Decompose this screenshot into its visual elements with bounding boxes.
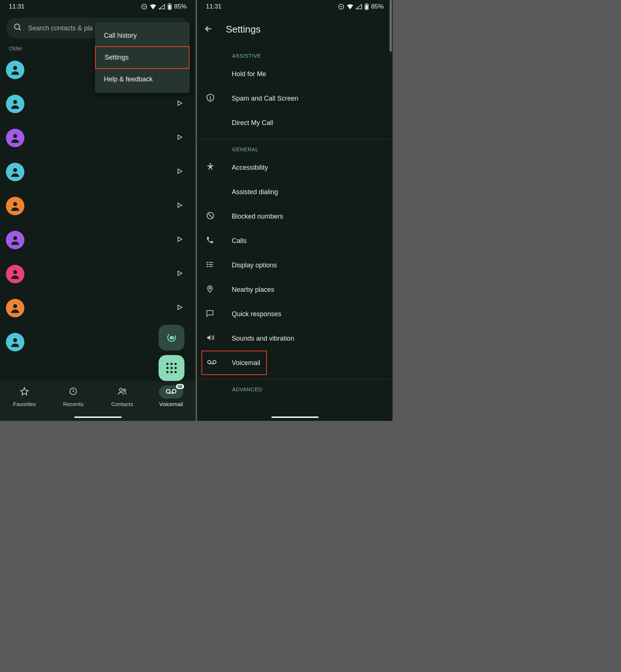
block-icon [206, 211, 215, 222]
nav-label-voicemail: Voicemail [159, 401, 183, 407]
list-icon [206, 260, 214, 270]
row-blocked-numbers[interactable]: Blocked numbers [197, 204, 393, 229]
voicemail-list[interactable] [0, 53, 196, 359]
svg-rect-4 [169, 5, 171, 9]
row-assisted-dialing[interactable]: Assisted dialing [197, 180, 393, 204]
svg-rect-17 [172, 337, 174, 338]
svg-point-14 [13, 304, 17, 308]
nav-recents[interactable]: Recents [49, 385, 98, 407]
voicemail-icon [207, 359, 217, 366]
voicemail-item[interactable] [6, 189, 190, 223]
signal-icon [159, 4, 165, 10]
bottom-nav: Favorites Recents Contacts 58 Voicemail [0, 381, 196, 421]
status-bar: 11:31 85% [197, 0, 393, 13]
nav-contacts[interactable]: Contacts [98, 385, 147, 407]
wifi-icon [347, 4, 353, 10]
clock-icon [69, 387, 78, 397]
row-sounds-vibration[interactable]: Sounds and vibration [197, 326, 393, 351]
status-time: 11:31 [9, 3, 25, 10]
search-placeholder: Search contacts & pla [28, 24, 93, 32]
row-voicemail[interactable]: Voicemail [201, 351, 267, 375]
row-calls[interactable]: Calls [197, 229, 393, 253]
svg-point-31 [210, 163, 211, 165]
battery-icon [364, 3, 369, 10]
row-quick-responses[interactable]: Quick responses [197, 302, 393, 326]
svg-point-12 [13, 236, 17, 240]
play-icon[interactable] [176, 304, 183, 312]
row-nearby-places[interactable]: Nearby places [197, 277, 393, 302]
avatar [6, 299, 24, 317]
row-display-options[interactable]: Display options [197, 253, 393, 277]
nav-label-recents: Recents [63, 401, 84, 407]
nav-voicemail[interactable]: 58 Voicemail [147, 385, 196, 407]
nav-label-favorites: Favorites [13, 401, 36, 407]
svg-point-19 [119, 388, 122, 391]
avatar [6, 197, 24, 215]
svg-point-42 [213, 361, 216, 364]
people-icon [118, 387, 127, 397]
volume-icon [206, 334, 215, 343]
settings-header: Settings [197, 13, 393, 45]
svg-point-5 [14, 24, 20, 29]
avatar [6, 61, 24, 79]
svg-point-13 [13, 270, 17, 274]
menu-settings[interactable]: Settings [95, 46, 190, 69]
avatar [6, 95, 24, 113]
status-icons-right: 85% [338, 3, 384, 10]
voicemail-item[interactable] [6, 257, 190, 291]
svg-line-33 [208, 213, 213, 218]
svg-rect-3 [169, 3, 170, 4]
svg-point-40 [209, 287, 211, 289]
status-bar: 11:31 85% [0, 0, 196, 13]
voicemail-badge: 58 [176, 384, 184, 389]
voicemail-icon [166, 388, 177, 396]
back-button[interactable] [204, 24, 213, 35]
gesture-handle[interactable] [74, 416, 122, 418]
svg-point-11 [13, 202, 17, 206]
avatar [6, 231, 24, 249]
play-icon[interactable] [176, 270, 183, 278]
row-direct-my-call[interactable]: Direct My Call [197, 111, 393, 135]
battery-icon [167, 3, 172, 10]
voicemail-item[interactable] [6, 223, 190, 257]
svg-point-22 [172, 389, 176, 393]
signal-icon [356, 4, 362, 10]
voicemail-item[interactable] [6, 121, 190, 155]
menu-help-feedback[interactable]: Help & feedback [95, 69, 190, 90]
avatar [6, 129, 24, 147]
svg-rect-27 [366, 3, 367, 4]
search-icon [13, 23, 22, 33]
svg-point-20 [123, 389, 126, 391]
alert-icon [206, 93, 215, 104]
gesture-handle[interactable] [271, 416, 319, 418]
play-icon[interactable] [176, 236, 183, 244]
play-icon[interactable] [176, 100, 183, 108]
play-icon[interactable] [176, 202, 183, 210]
svg-point-7 [13, 66, 17, 70]
avatar [6, 163, 24, 181]
video-call-fab[interactable] [159, 325, 184, 351]
section-assistive: ASSISTIVE [197, 45, 393, 62]
play-icon[interactable] [176, 134, 183, 142]
phone-screen-settings: 11:31 85% Settings ASSISTIVE Hold for Me… [197, 0, 393, 421]
phone-icon [206, 236, 214, 246]
svg-point-39 [207, 266, 208, 267]
voicemail-item[interactable] [6, 155, 190, 189]
row-spam-call-screen[interactable]: Spam and Call Screen [197, 86, 393, 111]
play-icon[interactable] [176, 168, 183, 176]
voicemail-item[interactable] [6, 291, 190, 325]
section-general: GENERAL [197, 139, 393, 155]
dialpad-icon [166, 363, 177, 373]
svg-point-41 [208, 361, 211, 364]
battery-percent: 85% [371, 3, 384, 10]
row-accessibility[interactable]: Accessibility [197, 155, 393, 180]
scrollbar[interactable] [390, 0, 392, 52]
svg-rect-28 [366, 5, 368, 9]
menu-call-history[interactable]: Call history [95, 25, 190, 46]
overflow-menu: Call history Settings Help & feedback [95, 22, 190, 93]
nav-favorites[interactable]: Favorites [0, 385, 49, 407]
row-hold-for-me[interactable]: Hold for Me [197, 62, 393, 86]
phone-screen-voicemail: 11:31 85% Search contacts & pla Call his… [0, 0, 196, 421]
accessibility-icon [206, 162, 215, 173]
dialpad-fab[interactable] [159, 355, 184, 381]
